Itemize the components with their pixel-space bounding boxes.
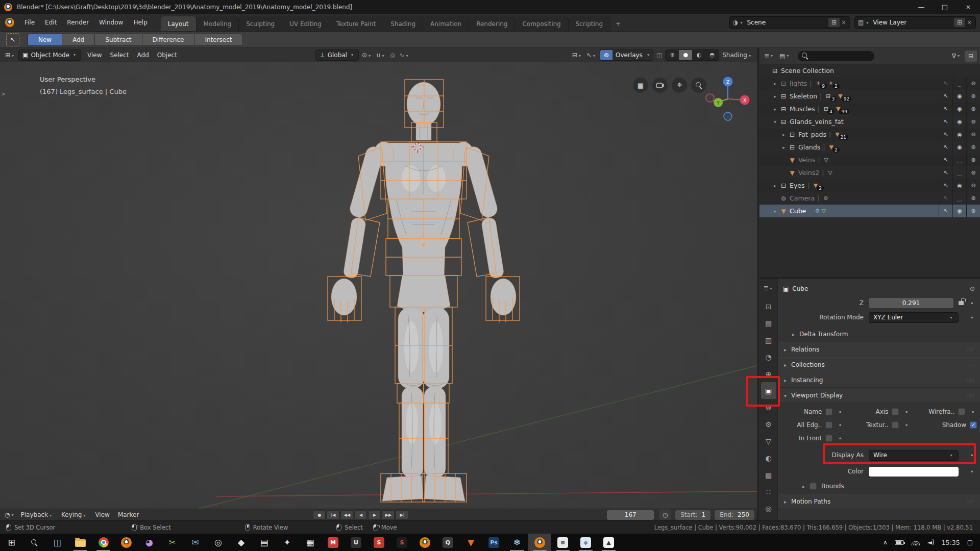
outliner-row-veins[interactable]: ▼Veins|▽↖‿⊚ — [760, 154, 980, 166]
selectable-toggle[interactable]: ↖ — [939, 166, 952, 179]
eye-open-icon[interactable]: ◉ — [952, 115, 966, 128]
play-reverse-button[interactable]: ◀ — [354, 510, 367, 520]
in-front-checkbox[interactable] — [825, 435, 832, 442]
render-visibility-icon[interactable]: ⊚ — [966, 166, 980, 179]
timeline-menu-playback[interactable]: Playback▾ — [17, 511, 58, 518]
blue-app[interactable]: ❄ — [505, 534, 528, 551]
constraints-properties-tab[interactable]: ⊚ — [761, 399, 776, 416]
gizmo-negative-z[interactable] — [724, 112, 732, 120]
animate-dot[interactable]: • — [836, 435, 844, 442]
end-frame-field[interactable]: End:250 — [715, 510, 754, 520]
capture-app[interactable]: Q — [436, 534, 459, 551]
menu-window[interactable]: Window — [94, 19, 128, 26]
breadcrumb[interactable]: Cube — [792, 285, 808, 292]
motion-paths-section[interactable]: ▸Motion Paths∷∷ — [778, 494, 980, 509]
outliner-row-veins2[interactable]: ▼Veins2|▽↖‿⊚ — [760, 166, 980, 179]
search-button[interactable] — [23, 534, 46, 551]
wireframe-shading-button[interactable]: ⊕ — [666, 50, 679, 60]
substance-app[interactable]: S — [368, 534, 390, 551]
tray-expand-icon[interactable]: ∧ — [883, 539, 888, 546]
workspace-tab-compositing[interactable]: Compositing — [515, 16, 568, 31]
auto-keyframe-button[interactable]: ◷ — [659, 510, 671, 520]
expand-icon[interactable]: ▸ — [771, 209, 779, 214]
outliner-row-fat-pads[interactable]: ▸⊟Fat_pads|▼21↖◉⊚ — [760, 128, 980, 141]
texture-properties-tab[interactable]: ▦ — [761, 466, 776, 483]
expand-icon[interactable]: ▸ — [780, 145, 788, 150]
workspace-tab-modeling[interactable]: Modeling — [197, 16, 239, 31]
start-button[interactable]: ⊞ — [0, 534, 23, 551]
render-visibility-icon[interactable]: ⊚ — [966, 154, 980, 166]
shading-dropdown[interactable]: Shading▾ — [721, 52, 753, 59]
selectable-toggle[interactable]: ↖ — [939, 115, 952, 128]
record-button[interactable]: ● — [313, 510, 326, 520]
eye-open-icon[interactable]: ◉ — [952, 179, 966, 192]
animate-dot[interactable]: • — [968, 299, 976, 307]
eye-open-icon[interactable]: ◉ — [952, 103, 966, 115]
viewport-menu-view[interactable]: View — [83, 52, 106, 59]
photos-app[interactable]: ▲ — [597, 534, 620, 551]
object-type-visibility-dropdown[interactable]: ⊟▾ — [571, 52, 583, 59]
viewport-menu-object[interactable]: Object — [153, 52, 181, 59]
subtract-button[interactable]: Subtract — [94, 34, 141, 46]
scene-properties-tab[interactable]: ◔ — [761, 348, 776, 365]
menu-render[interactable]: Render — [62, 19, 94, 26]
textur-checkbox[interactable] — [892, 421, 899, 429]
selectable-toggle[interactable]: ↖ — [939, 179, 952, 192]
action-center-icon[interactable]: ▢ — [967, 539, 973, 546]
viewport-menu-select[interactable]: Select — [106, 52, 133, 59]
camera-view-button[interactable] — [652, 78, 668, 93]
unity-editor[interactable]: ◆ — [230, 534, 253, 551]
render-properties-tab[interactable]: ⊡ — [761, 298, 776, 315]
add-button[interactable]: Add — [62, 34, 94, 46]
z-location-field[interactable]: 0.291 — [869, 298, 953, 308]
new-collection-button[interactable]: ⊟ — [965, 51, 977, 62]
particles-properties-tab[interactable]: ∷ — [761, 483, 776, 500]
animate-dot[interactable]: • — [902, 408, 911, 416]
eye-closed-icon[interactable]: ‿ — [952, 154, 966, 166]
close-button[interactable]: × — [957, 0, 980, 14]
drag-grip-icon[interactable]: ∷∷ — [966, 393, 974, 398]
viewport-display-section[interactable]: ▾Viewport Display∷∷ — [778, 388, 980, 403]
pivot-point-dropdown[interactable]: ⊙▾ — [361, 52, 373, 59]
new-scene-button[interactable]: ⊞ — [828, 18, 840, 27]
volume-icon[interactable]: ◄) — [927, 539, 935, 546]
expand-icon[interactable]: ▸ — [771, 107, 779, 112]
drag-grip-icon[interactable]: ∷∷ — [966, 378, 974, 383]
workspace-tab-scripting[interactable]: Scripting — [569, 16, 610, 31]
axis-checkbox[interactable] — [892, 408, 899, 415]
blender-active[interactable] — [528, 534, 551, 551]
pin-icon[interactable]: ⊙ — [970, 285, 975, 292]
triangle-app[interactable]: ▼ — [459, 534, 482, 551]
render-visibility-icon[interactable]: ⊚ — [966, 205, 980, 217]
render-visibility-icon[interactable]: ⊚ — [966, 179, 980, 192]
eye-open-icon[interactable]: ◉ — [952, 205, 966, 217]
panel-instancing[interactable]: ▸Instancing∷∷ — [778, 372, 980, 388]
selectable-toggle[interactable]: ↖ — [939, 154, 952, 166]
color-swatch[interactable] — [869, 467, 959, 477]
timeline-menu-view[interactable]: View — [91, 511, 113, 518]
minimize-button[interactable]: — — [910, 0, 933, 14]
krita-app[interactable]: ◕ — [138, 534, 161, 551]
grid-projection-button[interactable]: ▦ — [633, 78, 648, 93]
mail-app[interactable]: ✉ — [184, 534, 207, 551]
add-workspace-tab[interactable]: + — [610, 16, 626, 31]
outliner-row-cube[interactable]: ▸▼Cube|⚙▽↖◉⊚ — [760, 205, 980, 217]
shadow-checkbox[interactable]: ✓ — [970, 421, 977, 429]
remove-view-layer-button[interactable]: × — [965, 19, 973, 26]
expand-icon[interactable]: ▸ — [771, 183, 779, 188]
eye-open-icon[interactable]: ◉ — [952, 141, 966, 154]
expand-icon[interactable]: ▸ — [780, 132, 788, 137]
scene-selector[interactable]: ◑▾ Scene ⊞ × — [729, 16, 850, 29]
calculator-app[interactable]: ▦ — [299, 534, 322, 551]
bounds-checkbox[interactable] — [810, 483, 817, 490]
viewport-canvas[interactable]: User Perspective (167) Legs_surface | Cu… — [0, 62, 757, 509]
editor-type-icon[interactable]: ⊞▾ — [4, 52, 16, 59]
difference-button[interactable]: Difference — [142, 34, 194, 46]
eye-closed-icon[interactable]: ‿ — [952, 166, 966, 179]
render-visibility-icon[interactable]: ⊚ — [966, 141, 980, 154]
chrome-browser[interactable] — [92, 534, 115, 551]
outliner-editor-type-button[interactable]: ≣▾ — [763, 53, 776, 60]
file-explorer[interactable] — [69, 534, 92, 551]
jump-to-end-button[interactable]: ▶| — [396, 510, 408, 520]
jump-to-start-button[interactable]: |◀ — [327, 510, 339, 520]
